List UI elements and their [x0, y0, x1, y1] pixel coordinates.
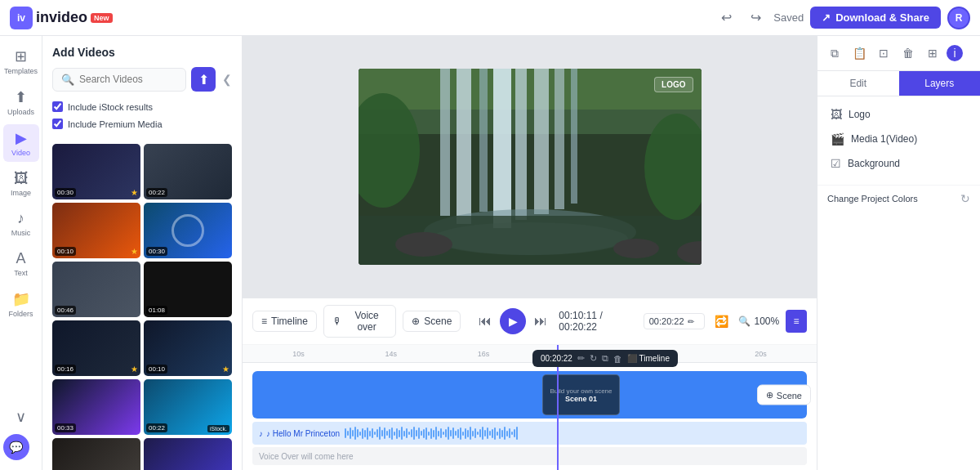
- layer-media-icon: 🎬: [831, 132, 844, 145]
- sidebar-item-templates[interactable]: ⊞ Templates: [3, 43, 39, 80]
- list-item[interactable]: 00:16 ★: [52, 320, 140, 376]
- thumb-star-icon: ★: [131, 188, 138, 197]
- voiceover-label: Voice Over will come here: [259, 452, 354, 461]
- svg-rect-3: [440, 69, 450, 216]
- timeline-tracks-container: 10s 14s 16s 12s 16s 20s 00:20:22 ✏ ↻ ⧉: [243, 345, 817, 470]
- thumb-duration: 00:46: [55, 306, 76, 315]
- layers-list: 🖼 Logo 🎬 Media 1(Video) ☑ Background: [817, 96, 980, 181]
- istock-label: Include iStock results: [68, 102, 153, 112]
- list-item[interactable]: 00:10 ★: [52, 203, 140, 258]
- topbar: iv invideo New ↩ ↪ Saved ↗ Download & Sh…: [0, 0, 980, 36]
- sidebar-item-folders[interactable]: 📁 Folders: [3, 285, 39, 323]
- layer-item-media[interactable]: 🎬 Media 1(Video): [824, 128, 973, 150]
- list-item[interactable]: 00:15: [144, 438, 232, 470]
- scene-card-label: Build your own scene: [550, 387, 612, 395]
- istock-checkbox[interactable]: [52, 101, 63, 112]
- thumb-duration: 00:10: [146, 365, 167, 374]
- more-icon: ∨: [16, 408, 26, 426]
- premium-checkbox[interactable]: [52, 119, 63, 129]
- sidebar-item-image[interactable]: 🖼 Image: [3, 165, 39, 202]
- audio-track-name: ♪ Hello Mr Princeton: [266, 429, 340, 438]
- ruler-marks: 10s 14s 16s 12s 16s 20s: [252, 350, 807, 358]
- copy-button[interactable]: ⧉: [824, 43, 845, 64]
- collapse-panel-button[interactable]: ❮: [222, 73, 232, 86]
- layer-item-background[interactable]: ☑ Background: [824, 152, 973, 175]
- delete-button[interactable]: 🗑: [898, 43, 919, 64]
- sidebar: ⊞ Templates ⬆ Uploads ▶ Video 🖼 Image ♪ …: [0, 36, 42, 470]
- current-time: 00:10:11 / 00:20:22: [559, 310, 636, 333]
- search-row: 🔍 ⬆ ❮: [52, 67, 232, 92]
- sidebar-item-text[interactable]: A Text: [3, 245, 39, 282]
- scene-label: Scene: [424, 316, 452, 327]
- layer-media-label: Media 1(Video): [851, 133, 917, 145]
- video-panel-header: Add Videos 🔍 ⬆ ❮ Include iStock results: [42, 36, 242, 139]
- sidebar-item-music[interactable]: ♪ Music: [3, 205, 39, 242]
- list-item[interactable]: 00:33: [52, 379, 140, 435]
- canvas-area: LOGO: [243, 36, 817, 298]
- avatar[interactable]: R: [947, 7, 970, 29]
- info-button[interactable]: i: [947, 45, 963, 61]
- skip-forward-button[interactable]: ⏭: [529, 310, 552, 333]
- list-item[interactable]: 01:08: [144, 262, 232, 317]
- audio-waveform: [345, 426, 800, 441]
- timeline-tracks: Build your own scene Scene 01 ⊕ Scene ♪: [243, 363, 817, 470]
- popup-timeline-label: ⬛ Timeline: [627, 354, 670, 363]
- search-box[interactable]: 🔍: [52, 68, 186, 92]
- list-item[interactable]: 00:22: [144, 144, 232, 199]
- svg-rect-7: [515, 69, 527, 220]
- premium-checkbox-row: Include Premium Media: [52, 115, 232, 132]
- skip-back-button[interactable]: ⏮: [474, 310, 497, 333]
- loop-button[interactable]: 🔁: [711, 310, 733, 333]
- transport-controls: ⏮ ▶ ⏭: [474, 308, 552, 334]
- timeline-button[interactable]: ≡ Timeline: [252, 311, 317, 332]
- change-colors[interactable]: Change Project Colors ↻: [817, 185, 980, 212]
- search-icon: 🔍: [61, 74, 74, 86]
- layer-item-logo[interactable]: 🖼 Logo: [824, 103, 973, 126]
- logo-text: invideo: [36, 9, 87, 26]
- time-input[interactable]: 00:20:22 ✏: [644, 313, 705, 329]
- upload-button[interactable]: ⬆: [191, 67, 216, 92]
- resize-button[interactable]: ⊡: [873, 43, 894, 64]
- timeline-area: ≡ Timeline 🎙 Voice over ⊕ Scene ⏮ ▶ ⏭: [243, 298, 817, 470]
- grid-button[interactable]: ⊞: [922, 43, 943, 64]
- zoom-icon: 🔍: [738, 316, 751, 327]
- play-button[interactable]: ▶: [500, 308, 526, 334]
- scene-button[interactable]: ⊕ Scene: [403, 311, 461, 332]
- new-badge: New: [91, 13, 113, 23]
- list-item[interactable]: 00:22 iStock.: [144, 379, 232, 435]
- search-input[interactable]: [79, 74, 177, 85]
- chat-button[interactable]: 💬: [3, 434, 29, 460]
- sidebar-item-more[interactable]: ∨: [3, 403, 39, 431]
- sidebar-more: ∨ 💬: [3, 403, 39, 463]
- more-options-button[interactable]: ≡: [786, 310, 807, 333]
- right-toolbar: ⧉ 📋 ⊡ 🗑 ⊞ i: [817, 36, 980, 71]
- add-scene-button[interactable]: ⊕ Scene: [757, 385, 811, 405]
- popup-edit-icon[interactable]: ✏: [577, 353, 585, 364]
- image-icon: 🖼: [14, 170, 29, 187]
- paste-button[interactable]: 📋: [849, 43, 870, 64]
- chat-icon: 💬: [9, 441, 23, 454]
- scene-icon: ⊕: [412, 316, 420, 327]
- ruler-mark: 16s: [437, 350, 529, 358]
- video-panel-title: Add Videos: [52, 46, 232, 59]
- list-item[interactable]: 00:46: [52, 262, 140, 317]
- undo-button[interactable]: ↩: [715, 7, 737, 29]
- voice-over-label: Voice over: [346, 310, 387, 333]
- popup-copy-icon[interactable]: ⧉: [602, 353, 608, 364]
- voice-over-button[interactable]: 🎙 Voice over: [323, 305, 396, 338]
- popup-refresh-icon[interactable]: ↻: [590, 353, 597, 364]
- scene-track[interactable]: Build your own scene Scene 01: [252, 371, 807, 419]
- popup-delete-icon[interactable]: 🗑: [613, 354, 622, 364]
- list-item[interactable]: 00:30: [144, 203, 232, 258]
- tab-layers[interactable]: Layers: [899, 71, 981, 96]
- svg-rect-10: [571, 69, 577, 204]
- tab-edit[interactable]: Edit: [817, 71, 899, 96]
- sidebar-item-uploads[interactable]: ⬆ Uploads: [3, 83, 39, 121]
- list-item[interactable]: 00:30 ★: [52, 144, 140, 199]
- list-item[interactable]: 00:10 ★: [144, 320, 232, 376]
- list-item[interactable]: 01:09: [52, 438, 140, 470]
- svg-rect-2: [359, 69, 702, 110]
- redo-button[interactable]: ↪: [744, 7, 767, 29]
- sidebar-item-video[interactable]: ▶ Video: [3, 124, 39, 162]
- download-share-button[interactable]: ↗ Download & Share: [810, 7, 941, 29]
